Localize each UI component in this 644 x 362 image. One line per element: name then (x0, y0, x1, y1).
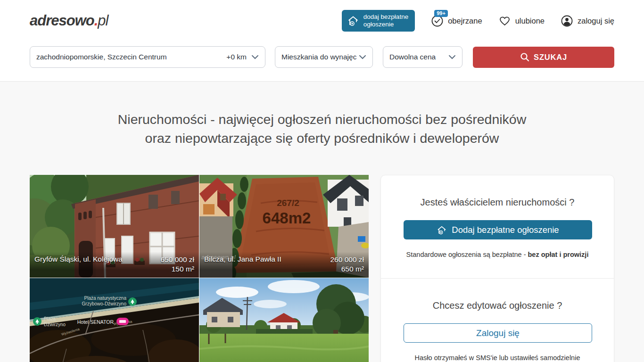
header-actions: dodaj bezpłatne ogłoszenie 99+ obejrzane… (342, 10, 614, 32)
search-button[interactable]: SZUKAJ (473, 47, 614, 68)
house-plus-icon (437, 225, 447, 235)
price-value: Dowolna cena (389, 53, 436, 61)
edit-section: Chcesz edytować ogłoszenie ? Zaloguj się… (381, 278, 614, 362)
header: adresowo.pl dodaj bezpłatne ogłoszenie (0, 0, 644, 41)
favorites-link[interactable]: ulubione (498, 15, 545, 27)
chevron-down-icon (448, 55, 456, 59)
viewed-link[interactable]: 99+ obejrzane (431, 15, 482, 27)
category-select[interactable]: Mieszkania do wynajęc (275, 46, 373, 68)
listing-card[interactable]: 267/2 648m2 (199, 175, 369, 278)
logo-brand: adresowo (30, 12, 94, 29)
search-button-label: SZUKAJ (534, 53, 567, 62)
heart-icon (498, 15, 511, 27)
search-bar: zachodniopomorskie, Szczecin Centrum +0 … (0, 41, 644, 82)
svg-text:648m2: 648m2 (263, 209, 311, 227)
radius-value: +0 km (226, 53, 247, 61)
listing-price-area: 650 000 zł 150 m² (160, 255, 194, 274)
listing-location: Gryfów Śląski, ul. Kolejowa (34, 255, 123, 274)
svg-text:Dźwirzyno: Dźwirzyno (44, 322, 66, 327)
favorites-label: ulubione (515, 16, 545, 25)
page-title: Nieruchomości - najwięcej ogłoszeń nieru… (0, 110, 644, 148)
price-select[interactable]: Dowolna cena (383, 46, 462, 68)
svg-text:Grzybowo-Dźwirzyno: Grzybowo-Dźwirzyno (82, 301, 127, 306)
location-value: zachodniopomorskie, Szczecin Centrum (36, 53, 167, 61)
listing-price: 650 000 zł (160, 255, 194, 263)
user-icon (561, 15, 573, 27)
sidebar-panel: Jesteś właścicielem nieruchomości ? Doda… (380, 175, 614, 362)
owner-section: Jesteś właścicielem nieruchomości ? Doda… (381, 175, 614, 278)
viewed-count-badge: 99+ (434, 10, 448, 17)
search-icon (520, 52, 529, 62)
listing-grid: Gryfów Śląski, ul. Kolejowa 650 000 zł 1… (30, 175, 369, 362)
listing-area: 150 m² (172, 265, 194, 273)
login-button[interactable]: Zaloguj się (404, 323, 592, 343)
svg-text:267/2: 267/2 (277, 198, 299, 208)
svg-text:Hotel SENATOR: Hotel SENATOR (77, 319, 114, 325)
login-link[interactable]: zaloguj się (561, 15, 614, 27)
login-label: zaloguj się (578, 16, 614, 25)
listing-caption: Gryfów Śląski, ul. Kolejowa 650 000 zł 1… (30, 252, 199, 278)
add-free-listing-button[interactable]: Dodaj bezpłatne ogłoszenie (404, 220, 592, 239)
add-free-listing-label: Dodaj bezpłatne ogłoszenie (452, 225, 559, 235)
owner-note: Standardowe ogłoszenia są bezpłatne - be… (404, 251, 591, 258)
add-listing-button[interactable]: dodaj bezpłatne ogłoszenie (342, 10, 415, 32)
edit-title: Chcesz edytować ogłoszenie ? (404, 300, 591, 311)
svg-text:Plaża naturystyczna: Plaża naturystyczna (84, 296, 127, 301)
check-circle-icon: 99+ (431, 15, 444, 27)
main-content: Gryfów Śląski, ul. Kolejowa 650 000 zł 1… (0, 175, 644, 362)
login-button-label: Zaloguj się (476, 328, 520, 338)
location-input[interactable]: zachodniopomorskie, Szczecin Centrum +0 … (30, 46, 265, 68)
listing-photo-meadow (199, 278, 369, 362)
svg-text:Plaża: Plaża (44, 316, 56, 321)
owner-title: Jesteś właścicielem nieruchomości ? (404, 197, 591, 208)
listing-card[interactable]: Grojec, ul. Rogienna 801 000 zł (199, 278, 369, 362)
listing-price: 260 000 zł (330, 255, 364, 263)
listing-map-dzwirzyno: Wyzwolenia Wyzwolenia Plaża naturystyczn… (30, 278, 199, 362)
chevron-down-icon (251, 55, 259, 59)
listing-location: Bilcza, ul. Jana Pawła II (204, 255, 281, 274)
listing-card[interactable]: Wyzwolenia Wyzwolenia Plaża naturystyczn… (30, 278, 199, 362)
radius-dropdown[interactable]: +0 km (226, 53, 259, 61)
listing-area: 650 m² (341, 265, 364, 273)
add-listing-label: dodaj bezpłatne ogłoszenie (363, 13, 408, 28)
house-plus-icon (347, 15, 359, 27)
edit-note: Hasło otrzymałeś w SMS'ie lub ustawiłeś … (404, 354, 591, 362)
chevron-down-icon (359, 55, 366, 59)
listing-card[interactable]: Gryfów Śląski, ul. Kolejowa 650 000 zł 1… (30, 175, 199, 278)
viewed-label: obejrzane (448, 16, 482, 25)
logo[interactable]: adresowo.pl (30, 12, 108, 29)
category-value: Mieszkania do wynajęc (281, 53, 356, 61)
listing-caption: Bilcza, ul. Jana Pawła II 260 000 zł 650… (199, 252, 369, 278)
listing-price-area: 260 000 zł 650 m² (330, 255, 364, 274)
logo-tld: pl (98, 12, 108, 29)
